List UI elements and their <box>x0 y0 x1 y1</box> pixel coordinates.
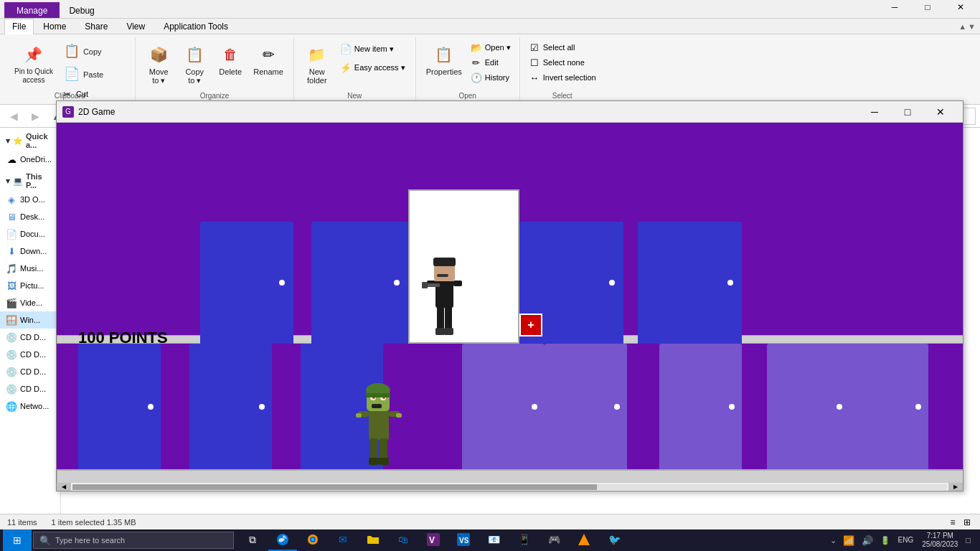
close-button[interactable]: ✕ <box>944 0 977 18</box>
select-none-button[interactable]: ☐ Select none <box>526 55 599 70</box>
sidebar-item-videos[interactable]: 🎬 Vide... <box>0 294 60 311</box>
taskbar-language[interactable]: ENG <box>895 536 917 545</box>
door-knob-l8 <box>915 404 921 410</box>
sidebar-item-desktop[interactable]: 🖥 Desk... <box>0 208 60 225</box>
game-maximize-button[interactable]: □ <box>891 101 924 123</box>
taskbar-bird[interactable]: 🐦 <box>600 529 628 551</box>
new-item-button[interactable]: 📄 New item ▾ <box>336 40 410 57</box>
copy-label: Copy <box>83 47 102 56</box>
sidebar-item-cd4[interactable]: 💿 CD D... <box>0 380 60 397</box>
taskbar-search[interactable]: 🔍 Type here to search <box>33 532 234 549</box>
svg-rect-20 <box>444 328 453 335</box>
new-folder-button[interactable]: 📁 Newfolder <box>300 40 334 88</box>
scrollbar-thumb[interactable] <box>72 484 597 490</box>
taskbar-app1[interactable]: 📱 <box>509 529 538 551</box>
tab-home[interactable]: Home <box>34 19 75 34</box>
horizontal-scrollbar[interactable]: ◀ ▶ <box>57 482 963 491</box>
taskbar-taskview[interactable]: ⧉ <box>238 529 267 551</box>
taskbar-vs[interactable]: V <box>419 529 448 551</box>
properties-button[interactable]: 📋 Properties <box>422 40 466 79</box>
pin-button[interactable]: 📌 Pin to Quickaccess <box>10 40 57 88</box>
taskbar-store[interactable]: 🛍 <box>389 529 418 551</box>
door-lower-6 <box>659 344 742 469</box>
taskbar-folder[interactable] <box>359 529 387 551</box>
scroll-right-btn[interactable]: ▶ <box>948 483 963 491</box>
music-icon: 🎵 <box>6 263 17 274</box>
taskbar-volume[interactable]: 🔊 <box>859 535 875 546</box>
taskbar-edge[interactable] <box>268 529 297 551</box>
svg-rect-19 <box>435 328 445 335</box>
tab-application-tools[interactable]: Application Tools <box>154 19 237 34</box>
tab-share[interactable]: Share <box>75 19 117 34</box>
sidebar-item-pictures[interactable]: 🖼 Pictu... <box>0 277 60 294</box>
history-button[interactable]: 🕐 History <box>468 70 514 85</box>
taskbar-mail[interactable]: ✉ <box>329 529 357 551</box>
delete-button[interactable]: 🗑 Delete <box>213 40 248 79</box>
svg-rect-11 <box>433 258 456 266</box>
svg-rect-16 <box>422 282 428 288</box>
sidebar-item-downloads[interactable]: ⬇ Down... <box>0 242 60 260</box>
tab-file[interactable]: File <box>4 19 34 34</box>
game-canvas[interactable]: + <box>57 123 963 491</box>
move-to-button[interactable]: 📦 Moveto ▾ <box>141 40 176 88</box>
tiles-view-icon[interactable]: ⊞ <box>961 517 973 528</box>
ribbon-group-clipboard: 📌 Pin to Quickaccess 📋 Copy 📄 Paste ✂ <box>4 37 136 101</box>
taskbar-vs2[interactable]: VS <box>449 529 478 551</box>
sidebar-item-cd1[interactable]: 💿 CD D... <box>0 329 60 346</box>
sidebar-item-3d[interactable]: ◈ 3D O... <box>0 191 60 208</box>
game-minimize-button[interactable]: ─ <box>858 101 891 123</box>
tab-manage[interactable]: Manage <box>4 2 60 18</box>
rename-button[interactable]: ✏ Rename <box>249 40 288 79</box>
sidebar-item-windows[interactable]: 🪟 Win... <box>0 311 60 329</box>
svg-rect-18 <box>445 306 452 331</box>
sidebar-item-cd2[interactable]: 💿 CD D... <box>0 346 60 363</box>
start-button[interactable]: ⊞ <box>3 529 32 551</box>
details-view-icon[interactable]: ≡ <box>947 517 958 528</box>
select-none-icon: ☐ <box>529 57 540 68</box>
door-lower-2 <box>189 344 272 469</box>
tab-debug[interactable]: Debug <box>60 2 103 18</box>
move-to-label: Moveto ▾ <box>149 67 169 85</box>
easy-access-button[interactable]: ⚡ Easy access ▾ <box>336 59 410 76</box>
door-knob-l1 <box>148 404 154 410</box>
taskbar-firefox[interactable] <box>298 529 327 551</box>
minimize-button[interactable]: ─ <box>878 0 911 18</box>
taskbar-game[interactable]: 🎮 <box>540 529 568 551</box>
sidebar-item-network[interactable]: 🌐 Netwo... <box>0 397 60 415</box>
taskbar-outlook[interactable]: 📧 <box>479 529 508 551</box>
copy-button[interactable]: 📋 Copy <box>59 40 129 62</box>
player-character <box>421 250 468 344</box>
taskbar-action-center[interactable]: □ <box>963 536 973 545</box>
taskbar-notifications[interactable]: ⌄ <box>829 536 838 545</box>
game-close-button[interactable]: ✕ <box>924 101 957 123</box>
pin-icon: 📌 <box>22 43 45 66</box>
onedrive-icon: ☁ <box>6 154 17 165</box>
select-all-button[interactable]: ☑ Select all <box>526 40 599 55</box>
taskbar-wifi[interactable]: 📶 <box>841 535 857 546</box>
ribbon-tabs: Manage Debug ─ □ ✕ <box>0 0 980 19</box>
history-icon: 🕐 <box>471 72 482 83</box>
new-folder-icon: 📁 <box>306 43 329 66</box>
taskbar-orange[interactable] <box>570 529 598 551</box>
sidebar-item-music[interactable]: 🎵 Musi... <box>0 260 60 277</box>
downloads-icon: ⬇ <box>6 245 17 257</box>
open-button[interactable]: 📂 Open ▾ <box>468 40 514 55</box>
tab-view[interactable]: View <box>117 19 154 34</box>
copy-to-button[interactable]: 📋 Copyto ▾ <box>177 40 212 88</box>
door-knob-2 <box>394 280 400 286</box>
svg-rect-37 <box>379 458 389 465</box>
sidebar-item-cd3[interactable]: 💿 CD D... <box>0 363 60 380</box>
taskbar-clock[interactable]: 7:17 PM 25/08/2023 <box>919 532 961 549</box>
paste-button[interactable]: 📄 Paste <box>59 63 129 85</box>
scroll-left-btn[interactable]: ◀ <box>57 483 71 491</box>
properties-label: Properties <box>426 67 462 76</box>
taskbar-battery[interactable]: 🔋 <box>878 536 892 545</box>
sidebar-item-onedrive[interactable]: ☁ OneDri... <box>0 151 60 168</box>
svg-point-3 <box>311 538 314 541</box>
maximize-button[interactable]: □ <box>911 0 944 18</box>
taskbar-apps: ⧉ ✉ 🛍 V VS 📧 📱 🎮 🐦 <box>238 529 628 551</box>
sidebar-item-documents[interactable]: 📄 Docu... <box>0 225 60 242</box>
edit-button[interactable]: ✏ Edit <box>468 55 514 70</box>
invert-selection-button[interactable]: ↔ Invert selection <box>526 70 599 85</box>
taskbar: ⊞ 🔍 Type here to search ⧉ ✉ 🛍 V VS <box>0 529 980 551</box>
